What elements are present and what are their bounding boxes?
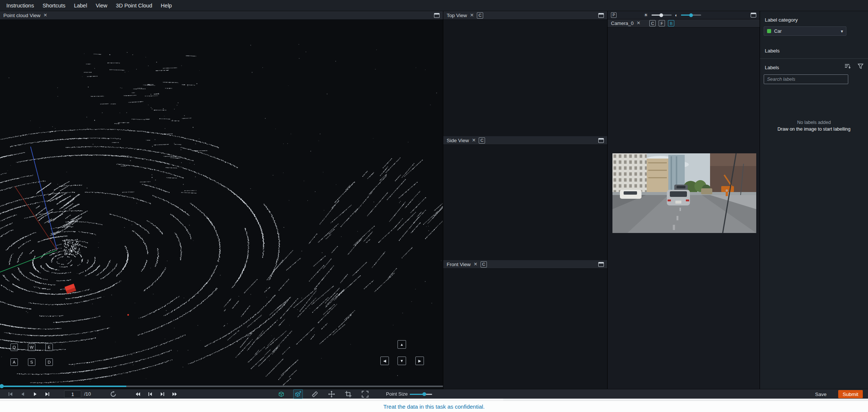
maximize-icon[interactable] <box>598 13 604 18</box>
search-labels-input[interactable] <box>764 74 848 84</box>
menu-help[interactable]: Help <box>159 3 174 9</box>
camera-keys-row-bottom: A S D <box>10 358 53 366</box>
close-icon[interactable]: ✕ <box>637 21 640 26</box>
sort-icon[interactable] <box>844 63 851 69</box>
bottom-toolbar: /10 Point Size Save Submit <box>0 389 868 399</box>
skip-to-first-button[interactable] <box>7 390 14 398</box>
labels-heading: Labels <box>765 48 780 54</box>
key-q-button[interactable]: Q <box>10 344 18 351</box>
front-view-title: Front View <box>447 262 471 267</box>
label-category-select[interactable]: Car ▾ <box>764 26 846 36</box>
point-size-slider-handle[interactable] <box>422 392 426 396</box>
cuboid-paint-tool-icon[interactable] <box>276 389 286 399</box>
menu-shortcuts[interactable]: Shortcuts <box>41 3 67 9</box>
frame-number-input[interactable] <box>64 390 81 398</box>
point-size-label: Point Size <box>386 389 408 399</box>
pan-left-button[interactable]: ◀ <box>380 357 389 365</box>
key-s-button[interactable]: S <box>28 358 35 366</box>
previous-frame-button[interactable] <box>19 390 26 398</box>
camera-image[interactable] <box>612 153 756 233</box>
fast-forward-button[interactable] <box>171 390 178 398</box>
key-e-button[interactable]: E <box>45 344 53 351</box>
submit-button[interactable]: Submit <box>838 390 863 398</box>
brightness-slider-handle[interactable] <box>659 13 663 17</box>
camera-panel-title: Camera_0 <box>611 20 634 26</box>
front-view-header: Front View ✕ C <box>443 260 607 269</box>
contrast-slider[interactable] <box>681 15 701 16</box>
close-icon[interactable]: ✕ <box>472 138 476 143</box>
street-scene <box>612 153 756 233</box>
timeline-loaded-bar <box>0 386 126 387</box>
point-cloud-panel: Point cloud View ✕ Q W E A S D ▲ ◀ ▼ ▶ <box>0 11 443 389</box>
skip-to-last-button[interactable] <box>44 390 51 398</box>
menu-3d-point-cloud[interactable]: 3D Point Cloud <box>114 3 154 9</box>
close-icon[interactable]: ✕ <box>473 262 477 267</box>
key-d-button[interactable]: D <box>45 358 53 366</box>
camera-panel-header: Camera_0 ✕ C F B <box>608 19 760 28</box>
menu-label[interactable]: Label <box>72 3 89 9</box>
pan-down-button[interactable]: ▼ <box>397 357 406 365</box>
save-button[interactable]: Save <box>812 389 830 399</box>
label-category-title: Label category <box>765 17 798 23</box>
side-view-title: Side View <box>447 138 469 143</box>
sidebar-divider <box>760 58 868 59</box>
top-view-header: Top View ✕ C <box>443 11 607 20</box>
point-cloud-canvas[interactable] <box>0 20 443 389</box>
play-button[interactable] <box>31 390 39 398</box>
close-icon[interactable]: ✕ <box>470 13 474 18</box>
labels-subheading: Labels <box>765 65 779 70</box>
point-size-slider[interactable] <box>410 394 432 395</box>
frame-timeline-slider[interactable] <box>0 386 443 387</box>
maximize-icon[interactable] <box>434 13 440 18</box>
point-cloud-panel-header: Point cloud View ✕ <box>0 11 443 20</box>
side-view-camera-button[interactable]: C <box>479 137 485 144</box>
projection-toggle-button[interactable]: P <box>611 12 617 18</box>
crop-tool-icon[interactable] <box>343 389 353 399</box>
front-view-camera-button[interactable]: C <box>481 261 487 268</box>
front-view-panel: Front View ✕ C <box>443 260 607 389</box>
menu-view[interactable]: View <box>94 3 109 9</box>
brightness-icon: ☀ <box>644 13 648 17</box>
arrow-down-icon: ▼ <box>400 359 404 363</box>
camera-b-button[interactable]: B <box>668 20 674 26</box>
maximize-icon[interactable] <box>598 262 604 267</box>
move-tool-icon[interactable] <box>327 389 336 399</box>
rewind-button[interactable] <box>134 390 142 398</box>
camera-keys-row-top: Q W E <box>10 344 53 351</box>
side-view-viewport[interactable] <box>443 145 607 260</box>
menu-instructions[interactable]: Instructions <box>4 3 36 9</box>
step-back-button[interactable] <box>146 390 154 398</box>
maximize-icon[interactable] <box>751 13 756 17</box>
labels-empty-title: No labels added <box>760 120 868 125</box>
measure-tool-icon[interactable] <box>310 389 320 399</box>
contrast-slider-handle[interactable] <box>689 13 693 17</box>
frame-step-controls <box>134 390 178 398</box>
pan-right-button[interactable]: ▶ <box>415 357 424 365</box>
top-view-camera-button[interactable]: C <box>477 12 483 19</box>
pan-up-button[interactable]: ▲ <box>397 340 406 349</box>
contrast-icon: ◐ <box>675 13 678 17</box>
top-view-title: Top View <box>447 13 467 18</box>
camera-panel: P ☀ ◐ Camera_0 ✕ C F B <box>607 11 760 389</box>
top-view-viewport[interactable] <box>443 20 607 136</box>
step-forward-button[interactable] <box>159 390 166 398</box>
front-view-viewport[interactable] <box>443 269 607 389</box>
add-cuboid-tool-icon[interactable] <box>293 389 303 399</box>
chevron-down-icon: ▾ <box>841 29 843 34</box>
refresh-icon[interactable] <box>110 390 117 398</box>
key-w-button[interactable]: W <box>28 344 35 351</box>
brightness-slider[interactable] <box>652 15 672 16</box>
category-color-swatch <box>767 29 771 33</box>
arrow-right-icon: ▶ <box>418 359 421 363</box>
close-icon[interactable]: ✕ <box>44 13 47 18</box>
filter-icon[interactable] <box>858 63 864 69</box>
camera-f-button[interactable]: F <box>659 20 665 26</box>
app-root: Instructions Shortcuts Label View 3D Poi… <box>0 0 868 412</box>
key-a-button[interactable]: A <box>10 358 18 366</box>
arrow-left-icon: ◀ <box>383 359 386 363</box>
camera-c-button[interactable]: C <box>649 20 656 26</box>
fullscreen-tool-icon[interactable] <box>360 389 370 399</box>
point-cloud-viewport: Q W E A S D ▲ ◀ ▼ ▶ <box>0 20 443 389</box>
maximize-icon[interactable] <box>598 138 604 143</box>
label-sidebar: Label category Car ▾ Labels Labels No la… <box>760 11 868 389</box>
